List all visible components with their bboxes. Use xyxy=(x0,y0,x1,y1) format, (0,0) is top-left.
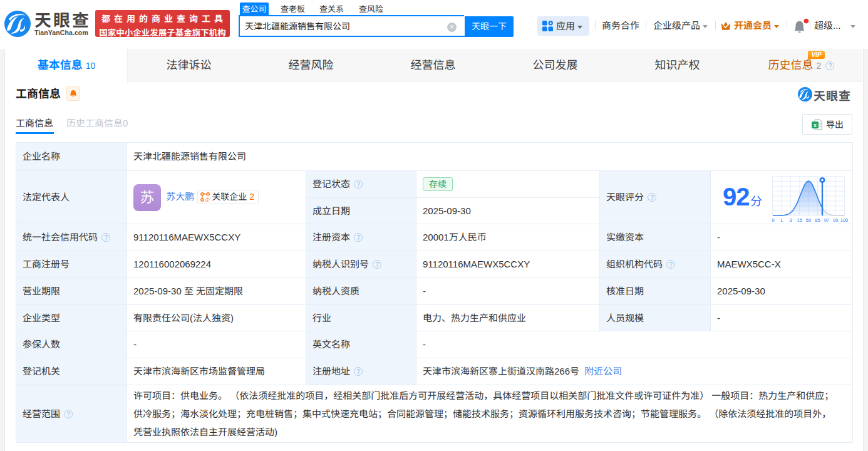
svg-text:x: x xyxy=(814,122,817,128)
svg-text:1: 1 xyxy=(780,217,783,223)
svg-text:企: 企 xyxy=(205,197,210,202)
svg-text:3: 3 xyxy=(789,217,792,223)
svg-text:50: 50 xyxy=(806,217,811,223)
svg-text:0: 0 xyxy=(772,217,774,223)
svg-text:100: 100 xyxy=(840,217,848,223)
svg-text:99: 99 xyxy=(833,217,838,223)
svg-text:85: 85 xyxy=(815,217,820,223)
svg-text:15: 15 xyxy=(797,217,802,223)
svg-text:97: 97 xyxy=(824,217,829,223)
